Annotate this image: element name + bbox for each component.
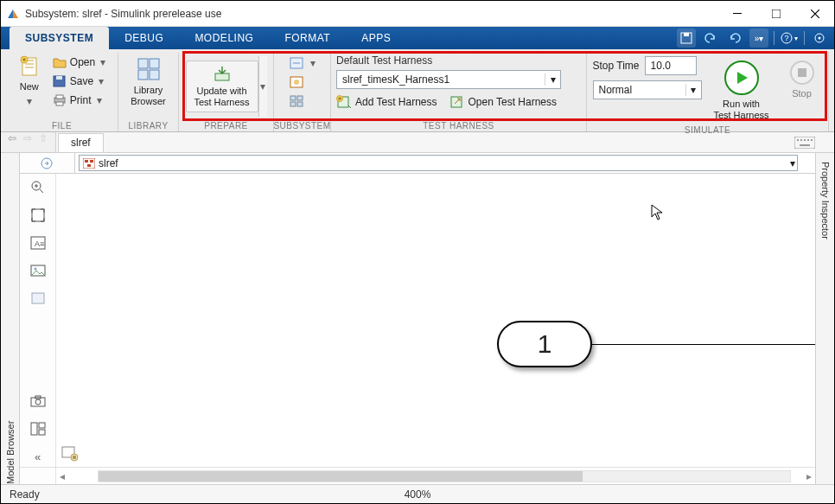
outport-block[interactable]: 1: [497, 321, 592, 367]
scroll-left-icon[interactable]: ◂: [56, 470, 68, 482]
maximize-button[interactable]: [756, 1, 795, 26]
svg-rect-31: [794, 137, 815, 149]
print-split-icon[interactable]: ▾: [95, 94, 104, 106]
subsystem-btn1-split[interactable]: ▾: [309, 54, 317, 72]
tab-subsystem[interactable]: SUBSYSTEM: [10, 27, 109, 49]
new-split-icon[interactable]: ▾: [25, 95, 34, 107]
h-scroll-thumb[interactable]: [99, 471, 583, 482]
property-inspector-tab[interactable]: Property Inspector: [815, 153, 834, 484]
print-icon: [53, 94, 67, 106]
nav-up-icon[interactable]: ⇧: [39, 132, 48, 144]
undo-button[interactable]: [701, 29, 720, 48]
fit-to-view-icon[interactable]: [27, 205, 49, 226]
stop-time-input[interactable]: 10.0: [645, 56, 697, 75]
subsystem-btn3[interactable]: [288, 93, 305, 110]
more-quick-button[interactable]: »▾: [749, 29, 768, 48]
model-browser-label: Model Browser: [5, 162, 16, 484]
stop-label: Stop: [792, 88, 812, 99]
svg-rect-24: [297, 96, 303, 100]
update-split-icon[interactable]: ▾: [258, 56, 267, 117]
svg-rect-42: [87, 164, 91, 167]
model-explorer-icon[interactable]: [27, 418, 49, 439]
subsystem-btn1[interactable]: [288, 54, 305, 72]
explorer-left-strip: ⇦ ⇨ ⇧: [1, 132, 56, 152]
add-harness-label: Add Test Harness: [355, 96, 437, 108]
chevron-down-icon: ▾: [545, 73, 560, 86]
close-button[interactable]: [795, 1, 834, 26]
group-prepare-label: PREPARE: [204, 119, 248, 131]
scroll-right-icon[interactable]: ▸: [803, 470, 815, 482]
collapse-palette-icon[interactable]: «: [27, 446, 49, 467]
harness-select[interactable]: slref_timesK_Harness1 ▾: [336, 70, 561, 89]
model-path-input[interactable]: slref ▾: [79, 155, 798, 171]
group-prepare: Update with Test Harness ▾ PREPARE: [179, 53, 274, 131]
svg-point-48: [34, 268, 36, 271]
svg-rect-25: [290, 102, 296, 106]
screenshot-icon[interactable]: [27, 391, 49, 411]
chevron-down-icon: ▾: [685, 84, 701, 96]
nav-fwd-icon[interactable]: ⇨: [23, 132, 32, 144]
signal-line[interactable]: [592, 344, 815, 345]
model-canvas[interactable]: 1: [56, 174, 815, 467]
help-button[interactable]: ?▾: [780, 29, 799, 48]
new-button[interactable]: New: [14, 53, 45, 95]
target-button[interactable]: [810, 29, 829, 48]
tab-modeling[interactable]: MODELING: [179, 27, 269, 49]
svg-point-22: [294, 80, 299, 85]
run-with-harness-button[interactable]: Run with Test Harness: [711, 56, 773, 125]
annotation-icon[interactable]: A≡: [27, 233, 49, 253]
redo-button[interactable]: [725, 29, 744, 48]
play-icon: [724, 61, 759, 95]
print-label: Print: [70, 94, 92, 106]
print-button[interactable]: Print ▾: [49, 91, 111, 110]
model-browser-tab[interactable]: Model Browser: [1, 153, 20, 484]
svg-rect-0: [733, 13, 742, 14]
main-area: Model Browser slref ▾: [1, 153, 834, 484]
tab-debug[interactable]: DEBUG: [109, 27, 179, 49]
save-button[interactable]: Save ▾: [49, 72, 111, 91]
save-label: Save: [70, 75, 93, 87]
circled-arrow-icon: [41, 157, 54, 169]
image-icon[interactable]: [27, 260, 49, 281]
library-browser-button[interactable]: Library Browser: [123, 53, 175, 112]
toolstrip-ribbon: New ▾ Open ▾ Save ▾: [1, 49, 834, 132]
h-scrollbar[interactable]: [98, 470, 791, 482]
save-quick-button[interactable]: [677, 29, 696, 48]
sim-mode-select[interactable]: Normal ▾: [593, 80, 702, 99]
svg-rect-26: [297, 102, 303, 106]
svg-rect-44: [32, 209, 44, 221]
svg-rect-55: [39, 430, 45, 435]
status-bar: Ready 400%: [1, 484, 834, 503]
subsystem-btn2[interactable]: [288, 73, 305, 91]
stop-button[interactable]: Stop: [781, 56, 823, 104]
zoom-in-icon[interactable]: [27, 177, 49, 198]
status-ready: Ready: [1, 488, 48, 501]
nav-back-icon[interactable]: ⇦: [8, 132, 16, 144]
open-split-icon[interactable]: ▾: [99, 56, 107, 68]
app-icon: [6, 7, 20, 21]
save-split-icon[interactable]: ▾: [97, 75, 105, 87]
svg-rect-33: [800, 139, 802, 141]
svg-rect-32: [797, 139, 799, 141]
open-test-harness-button[interactable]: Open Test Harness: [449, 93, 558, 112]
add-harness-icon: [336, 95, 352, 109]
folder-open-icon: [53, 56, 67, 68]
keyboard-icon[interactable]: [794, 137, 834, 149]
path-home-button[interactable]: [20, 153, 75, 173]
tab-apps[interactable]: APPS: [346, 27, 406, 49]
add-test-harness-button[interactable]: Add Test Harness: [336, 93, 437, 112]
chevron-down-icon[interactable]: ▾: [790, 157, 795, 169]
model-tab[interactable]: slref: [58, 133, 104, 152]
minimize-button[interactable]: [717, 1, 756, 26]
canvas-badge-icon[interactable]: [61, 446, 79, 462]
svg-rect-30: [798, 68, 806, 77]
open-button[interactable]: Open ▾: [49, 53, 111, 72]
area-icon[interactable]: [27, 288, 49, 309]
update-with-test-harness-button[interactable]: Update with Test Harness: [186, 61, 258, 112]
group-test-harness: Default Test Harness slref_timesK_Harnes…: [331, 53, 587, 131]
stop-icon: [790, 61, 814, 85]
tab-format[interactable]: FORMAT: [269, 27, 346, 49]
svg-point-7: [819, 37, 821, 40]
path-row: slref ▾: [20, 153, 815, 174]
group-subsystem: ▾ SUBSYSTEM: [274, 53, 331, 131]
